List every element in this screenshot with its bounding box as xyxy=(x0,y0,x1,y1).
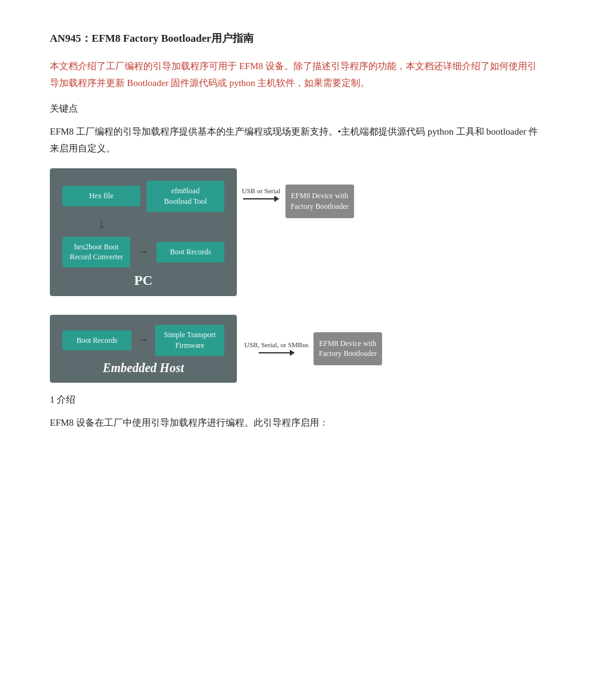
boot-records-embedded: Boot Records xyxy=(62,330,132,351)
boot-records-box-pc: Boot Records xyxy=(156,242,224,262)
section1-heading: 1 介绍 xyxy=(50,394,539,406)
pc-diagram-container: Hex file efm8loadBootload Tool hex2boot … xyxy=(50,168,539,304)
section-label: 关键点 xyxy=(50,103,539,115)
embedded-label: Embedded Host xyxy=(62,361,224,375)
arrow-right-embedded: → xyxy=(138,333,149,347)
page-title: AN945：EFM8 Factory Bootloader用户指南 xyxy=(50,31,539,46)
arrow-down-1 xyxy=(99,219,104,229)
arrow-right-1: → xyxy=(138,246,149,259)
body-text: EFM8 工厂编程的引导加载程序提供基本的生产编程或现场更新支持。•主机端都提供… xyxy=(50,123,539,157)
efm8-device-pc: EFM8 Device withFactory Bootloader xyxy=(285,185,354,218)
efm8-device-embedded: EFM8 Device withFactory Bootloader xyxy=(314,332,382,366)
pc-label: PC xyxy=(62,272,224,289)
simple-transport-box: Simple TransportFirmware xyxy=(155,325,224,356)
usb-serial-label: USB or Serial xyxy=(242,187,280,194)
hex-file-box: Hex file xyxy=(62,186,140,206)
usb-serial-smbus-label: USB, Serial, or SMBus xyxy=(244,341,309,348)
embedded-diagram-container: Boot Records → Simple TransportFirmware … xyxy=(50,315,539,383)
intro-paragraph: 本文档介绍了工厂编程的引导加载程序可用于 EFM8 设备。除了描述引导程序的功能… xyxy=(50,58,539,92)
hex2boot-box: hex2boot BootRecord Converter xyxy=(62,237,130,268)
efm8load-box: efm8loadBootload Tool xyxy=(146,181,224,212)
section1-body: EFM8 设备在工厂中使用引导加载程序进行编程。此引导程序启用： xyxy=(50,415,539,431)
embedded-box: Boot Records → Simple TransportFirmware … xyxy=(50,315,237,383)
pc-box: Hex file efm8loadBootload Tool hex2boot … xyxy=(50,168,237,296)
